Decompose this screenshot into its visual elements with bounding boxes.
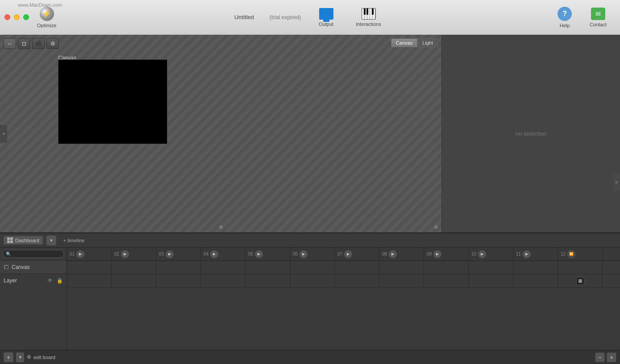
ruler-label-05: 05 (248, 252, 253, 256)
track-cell (379, 261, 424, 274)
timeline-header: Dashboard ▾ + timeline (0, 233, 620, 248)
track-cell (246, 274, 290, 287)
layer-lock-button[interactable]: 🔒 (57, 277, 63, 284)
output-button[interactable]: Output (314, 6, 338, 29)
optimize-icon: ⚡ (40, 7, 54, 21)
dashboard-button[interactable]: Dashboard (4, 236, 43, 244)
zoom-out-button[interactable]: − (595, 352, 605, 362)
ruler-label-04: 04 (204, 252, 208, 256)
ruler-play-08[interactable]: ▶ (389, 250, 397, 258)
interactions-button[interactable]: Interactions (351, 6, 386, 29)
filter-button[interactable]: ▾ (46, 236, 56, 245)
ruler-cell-03: 03 ▶ (156, 248, 201, 261)
select-tool-button[interactable]: ⊡ (18, 38, 30, 49)
help-button[interactable]: ? Help (553, 5, 576, 30)
track-cell (424, 274, 469, 287)
add-button[interactable]: + (4, 352, 13, 362)
track-cell (67, 274, 112, 287)
trial-badge: (trial expired) (270, 14, 301, 21)
optimize-label: Optimize (37, 23, 56, 28)
ruler-cell-04: 04 ▶ (201, 248, 246, 261)
ruler-play-06[interactable]: ▶ (300, 250, 308, 258)
main-area: ↔ ⊡ ⬛ ⚙ Canvas Light » Canvas no selecti… (0, 35, 620, 232)
stop-button[interactable] (576, 277, 584, 285)
footer: + ▾ ⚙ edit board − + (0, 350, 620, 364)
optimize-button[interactable]: ⚡ Optimize (33, 5, 61, 30)
add-dropdown-button[interactable]: ▾ (16, 352, 24, 362)
ruler-cell-12: 12 ⏩ (558, 248, 603, 261)
search-input-container: 🔍 (3, 250, 64, 258)
ruler-play-09[interactable]: ▶ (433, 250, 441, 258)
ruler-play-03[interactable]: ▶ (166, 250, 174, 258)
canvas-panel: ↔ ⊡ ⬛ ⚙ Canvas Light » Canvas (0, 35, 441, 232)
track-cell (156, 261, 201, 274)
track-cell (201, 274, 246, 287)
output-icon (319, 8, 333, 20)
dashboard-label: Dashboard (15, 238, 39, 243)
ruler-play-02[interactable]: ▶ (121, 250, 129, 258)
track-cell (112, 274, 156, 287)
ruler-cell-05: 05 ▶ (246, 248, 290, 261)
minimize-button[interactable] (14, 14, 20, 20)
ruler-label-02: 02 (114, 252, 119, 256)
interactions-icon (362, 8, 376, 20)
canvas-view-buttons: Canvas Light (391, 38, 438, 47)
zoom-in-button[interactable]: + (607, 352, 616, 362)
canvas-layer-icon: ⧠ (4, 264, 9, 270)
ruler-play-07[interactable]: ▶ (344, 250, 352, 258)
collapse-right-button[interactable]: « (613, 173, 620, 191)
layer-track-row (67, 274, 620, 288)
ruler-play-04[interactable]: ▶ (210, 250, 218, 258)
canvas-toolbar: ↔ ⊡ ⬛ ⚙ (4, 38, 59, 49)
close-button[interactable] (4, 14, 10, 20)
light-view-button[interactable]: Light (417, 38, 438, 47)
canvas-preview-area (58, 59, 167, 144)
layer-visibility-button[interactable]: 👁 (46, 277, 54, 284)
right-panel: no selection (441, 35, 620, 232)
edit-board-label: edit board (33, 355, 55, 360)
help-label: Help (560, 23, 570, 28)
left-collapse-button[interactable]: » (0, 125, 7, 143)
track-cell (246, 261, 290, 274)
ruler-play-11[interactable]: ▶ (523, 250, 531, 258)
settings-tool-button[interactable]: ⚙ (46, 38, 59, 49)
maximize-button[interactable] (23, 14, 29, 20)
add-timeline-button[interactable]: + timeline (60, 236, 88, 244)
ruler-label-07: 07 (337, 252, 342, 256)
canvas-handle-dot (434, 225, 438, 229)
ruler-cell-06: 06 ▶ (290, 248, 335, 261)
search-input[interactable] (13, 251, 49, 256)
ruler-label-12: 12 (561, 252, 566, 256)
ruler-cell-01: 01 ▶ (67, 248, 112, 261)
titlebar-left: www.MacDown.com ⚡ Optimize (4, 0, 61, 34)
ruler-label-10: 10 (471, 252, 476, 256)
track-cell (469, 261, 513, 274)
ruler-play-all-button[interactable]: ⏩ (567, 250, 575, 258)
timeline-empty-area (67, 288, 620, 359)
gear-icon: ⚙ (27, 354, 31, 360)
track-cell (469, 274, 513, 287)
ruler-play-10[interactable]: ▶ (478, 250, 486, 258)
ruler-label-09: 09 (427, 252, 432, 256)
contact-button[interactable]: ✉ Contact (585, 6, 611, 29)
layer-stop-cell (558, 274, 603, 287)
canvas-row: ⧠ Canvas (0, 261, 67, 274)
ruler-label-06: 06 (293, 252, 298, 256)
output-label: Output (319, 21, 333, 27)
track-cell (335, 261, 379, 274)
track-cell (513, 261, 558, 274)
track-cell (290, 274, 335, 287)
ruler-play-05[interactable]: ▶ (255, 250, 263, 258)
canvas-view-button[interactable]: Canvas (391, 38, 417, 47)
timeline-area: Dashboard ▾ + timeline 🔍 ⧠ Canvas Layer … (0, 232, 620, 364)
layer-row: Layer 👁 🔒 (0, 274, 67, 287)
edit-board-button[interactable]: ⚙ edit board (27, 354, 55, 360)
canvas-row-label: Canvas (12, 264, 30, 270)
stop-icon (578, 279, 582, 283)
crop-tool-button[interactable]: ⬛ (32, 38, 45, 49)
interactions-label: Interactions (356, 21, 381, 27)
move-tool-button[interactable]: ↔ (4, 38, 16, 49)
ruler-label-11: 11 (516, 252, 521, 256)
ruler-play-01[interactable]: ▶ (76, 250, 84, 258)
track-cell-last (558, 261, 603, 274)
